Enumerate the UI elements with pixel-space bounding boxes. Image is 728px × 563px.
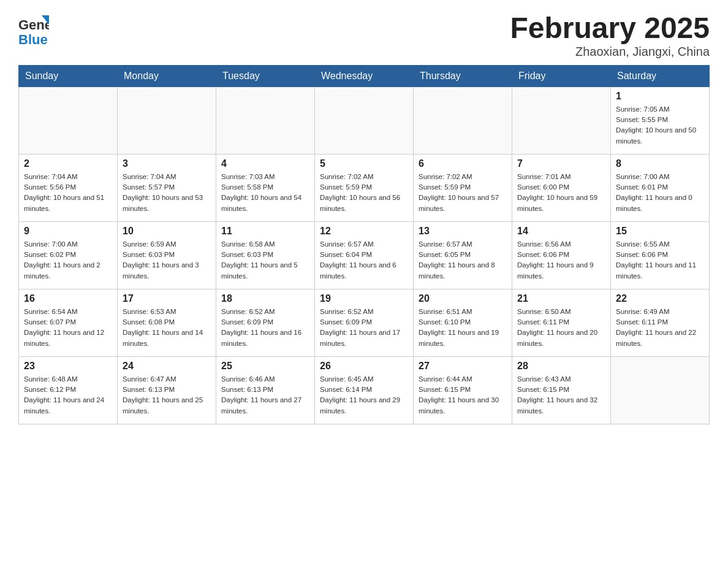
table-row: 16Sunrise: 6:54 AMSunset: 6:07 PMDayligh… bbox=[19, 289, 118, 356]
day-info: Sunrise: 6:43 AMSunset: 6:15 PMDaylight:… bbox=[517, 374, 605, 416]
day-number: 21 bbox=[517, 293, 605, 304]
table-row: 25Sunrise: 6:46 AMSunset: 6:13 PMDayligh… bbox=[216, 356, 315, 424]
table-row: 8Sunrise: 7:00 AMSunset: 6:01 PMDaylight… bbox=[611, 154, 710, 221]
header-saturday: Saturday bbox=[611, 65, 710, 86]
day-info: Sunrise: 6:45 AMSunset: 6:14 PMDaylight:… bbox=[320, 374, 408, 416]
table-row: 13Sunrise: 6:57 AMSunset: 6:05 PMDayligh… bbox=[414, 221, 512, 289]
day-number: 4 bbox=[221, 158, 309, 169]
day-number: 8 bbox=[616, 158, 704, 169]
day-number: 13 bbox=[419, 226, 507, 237]
svg-text:Blue: Blue bbox=[18, 32, 48, 46]
table-row: 15Sunrise: 6:55 AMSunset: 6:06 PMDayligh… bbox=[611, 221, 710, 289]
day-info: Sunrise: 6:57 AMSunset: 6:04 PMDaylight:… bbox=[320, 239, 408, 282]
table-row: 14Sunrise: 6:56 AMSunset: 6:06 PMDayligh… bbox=[512, 221, 611, 289]
day-info: Sunrise: 7:01 AMSunset: 6:00 PMDaylight:… bbox=[517, 172, 605, 214]
day-info: Sunrise: 6:49 AMSunset: 6:11 PMDaylight:… bbox=[616, 307, 704, 349]
day-info: Sunrise: 6:46 AMSunset: 6:13 PMDaylight:… bbox=[221, 374, 309, 416]
day-info: Sunrise: 6:54 AMSunset: 6:07 PMDaylight:… bbox=[24, 307, 112, 349]
day-info: Sunrise: 7:04 AMSunset: 5:56 PMDaylight:… bbox=[24, 172, 112, 214]
page-header: General Blue February 2025 Zhaoxian, Jia… bbox=[18, 12, 710, 59]
logo-icon: General Blue bbox=[18, 12, 49, 46]
table-row: 9Sunrise: 7:00 AMSunset: 6:02 PMDaylight… bbox=[19, 221, 118, 289]
table-row: 1Sunrise: 7:05 AMSunset: 5:55 PMDaylight… bbox=[611, 86, 710, 154]
calendar-week-row: 1Sunrise: 7:05 AMSunset: 5:55 PMDaylight… bbox=[19, 86, 710, 154]
table-row bbox=[611, 356, 710, 424]
calendar-week-row: 16Sunrise: 6:54 AMSunset: 6:07 PMDayligh… bbox=[19, 289, 710, 356]
table-row: 18Sunrise: 6:52 AMSunset: 6:09 PMDayligh… bbox=[216, 289, 315, 356]
svg-text:General: General bbox=[18, 17, 49, 33]
day-info: Sunrise: 7:00 AMSunset: 6:01 PMDaylight:… bbox=[616, 172, 704, 214]
day-info: Sunrise: 7:02 AMSunset: 5:59 PMDaylight:… bbox=[419, 172, 507, 214]
logo: General Blue bbox=[18, 12, 49, 46]
month-title: February 2025 bbox=[510, 12, 710, 45]
day-info: Sunrise: 6:59 AMSunset: 6:03 PMDaylight:… bbox=[123, 239, 211, 282]
day-info: Sunrise: 6:50 AMSunset: 6:11 PMDaylight:… bbox=[517, 307, 605, 349]
day-number: 9 bbox=[24, 226, 112, 237]
day-info: Sunrise: 6:58 AMSunset: 6:03 PMDaylight:… bbox=[221, 239, 309, 282]
day-info: Sunrise: 6:56 AMSunset: 6:06 PMDaylight:… bbox=[517, 239, 605, 282]
table-row bbox=[414, 86, 512, 154]
table-row: 21Sunrise: 6:50 AMSunset: 6:11 PMDayligh… bbox=[512, 289, 611, 356]
table-row bbox=[216, 86, 315, 154]
header-tuesday: Tuesday bbox=[216, 65, 315, 86]
day-number: 2 bbox=[24, 158, 112, 169]
day-info: Sunrise: 7:03 AMSunset: 5:58 PMDaylight:… bbox=[221, 172, 309, 214]
location: Zhaoxian, Jiangxi, China bbox=[510, 45, 710, 59]
header-sunday: Sunday bbox=[19, 65, 118, 86]
table-row: 2Sunrise: 7:04 AMSunset: 5:56 PMDaylight… bbox=[19, 154, 118, 221]
day-info: Sunrise: 7:00 AMSunset: 6:02 PMDaylight:… bbox=[24, 239, 112, 282]
day-info: Sunrise: 6:47 AMSunset: 6:13 PMDaylight:… bbox=[123, 374, 211, 416]
day-info: Sunrise: 6:51 AMSunset: 6:10 PMDaylight:… bbox=[419, 307, 507, 349]
day-number: 25 bbox=[221, 361, 309, 372]
day-number: 17 bbox=[123, 293, 211, 304]
table-row bbox=[19, 86, 118, 154]
day-number: 6 bbox=[419, 158, 507, 169]
calendar-header-row: Sunday Monday Tuesday Wednesday Thursday… bbox=[19, 65, 710, 86]
header-monday: Monday bbox=[118, 65, 216, 86]
day-number: 3 bbox=[123, 158, 211, 169]
day-number: 5 bbox=[320, 158, 408, 169]
table-row: 28Sunrise: 6:43 AMSunset: 6:15 PMDayligh… bbox=[512, 356, 611, 424]
day-number: 18 bbox=[221, 293, 309, 304]
day-info: Sunrise: 6:44 AMSunset: 6:15 PMDaylight:… bbox=[419, 374, 507, 416]
table-row: 23Sunrise: 6:48 AMSunset: 6:12 PMDayligh… bbox=[19, 356, 118, 424]
day-number: 14 bbox=[517, 226, 605, 237]
title-area: February 2025 Zhaoxian, Jiangxi, China bbox=[510, 12, 710, 59]
calendar-week-row: 2Sunrise: 7:04 AMSunset: 5:56 PMDaylight… bbox=[19, 154, 710, 221]
table-row: 26Sunrise: 6:45 AMSunset: 6:14 PMDayligh… bbox=[315, 356, 414, 424]
day-number: 1 bbox=[616, 91, 704, 102]
table-row: 11Sunrise: 6:58 AMSunset: 6:03 PMDayligh… bbox=[216, 221, 315, 289]
table-row: 22Sunrise: 6:49 AMSunset: 6:11 PMDayligh… bbox=[611, 289, 710, 356]
day-info: Sunrise: 7:02 AMSunset: 5:59 PMDaylight:… bbox=[320, 172, 408, 214]
day-info: Sunrise: 7:05 AMSunset: 5:55 PMDaylight:… bbox=[616, 104, 704, 147]
day-number: 27 bbox=[419, 361, 507, 372]
day-info: Sunrise: 6:48 AMSunset: 6:12 PMDaylight:… bbox=[24, 374, 112, 416]
table-row: 19Sunrise: 6:52 AMSunset: 6:09 PMDayligh… bbox=[315, 289, 414, 356]
table-row: 24Sunrise: 6:47 AMSunset: 6:13 PMDayligh… bbox=[118, 356, 216, 424]
day-number: 7 bbox=[517, 158, 605, 169]
table-row: 3Sunrise: 7:04 AMSunset: 5:57 PMDaylight… bbox=[118, 154, 216, 221]
table-row: 20Sunrise: 6:51 AMSunset: 6:10 PMDayligh… bbox=[414, 289, 512, 356]
table-row: 12Sunrise: 6:57 AMSunset: 6:04 PMDayligh… bbox=[315, 221, 414, 289]
table-row: 7Sunrise: 7:01 AMSunset: 6:00 PMDaylight… bbox=[512, 154, 611, 221]
day-number: 23 bbox=[24, 361, 112, 372]
day-info: Sunrise: 6:52 AMSunset: 6:09 PMDaylight:… bbox=[221, 307, 309, 349]
table-row: 10Sunrise: 6:59 AMSunset: 6:03 PMDayligh… bbox=[118, 221, 216, 289]
day-info: Sunrise: 6:55 AMSunset: 6:06 PMDaylight:… bbox=[616, 239, 704, 282]
table-row bbox=[512, 86, 611, 154]
day-number: 11 bbox=[221, 226, 309, 237]
table-row: 6Sunrise: 7:02 AMSunset: 5:59 PMDaylight… bbox=[414, 154, 512, 221]
day-info: Sunrise: 7:04 AMSunset: 5:57 PMDaylight:… bbox=[123, 172, 211, 214]
day-info: Sunrise: 6:52 AMSunset: 6:09 PMDaylight:… bbox=[320, 307, 408, 349]
day-number: 22 bbox=[616, 293, 704, 304]
day-number: 15 bbox=[616, 226, 704, 237]
day-number: 19 bbox=[320, 293, 408, 304]
table-row bbox=[315, 86, 414, 154]
header-wednesday: Wednesday bbox=[315, 65, 414, 86]
day-number: 12 bbox=[320, 226, 408, 237]
day-number: 10 bbox=[123, 226, 211, 237]
table-row: 4Sunrise: 7:03 AMSunset: 5:58 PMDaylight… bbox=[216, 154, 315, 221]
day-number: 28 bbox=[517, 361, 605, 372]
table-row: 5Sunrise: 7:02 AMSunset: 5:59 PMDaylight… bbox=[315, 154, 414, 221]
day-number: 26 bbox=[320, 361, 408, 372]
